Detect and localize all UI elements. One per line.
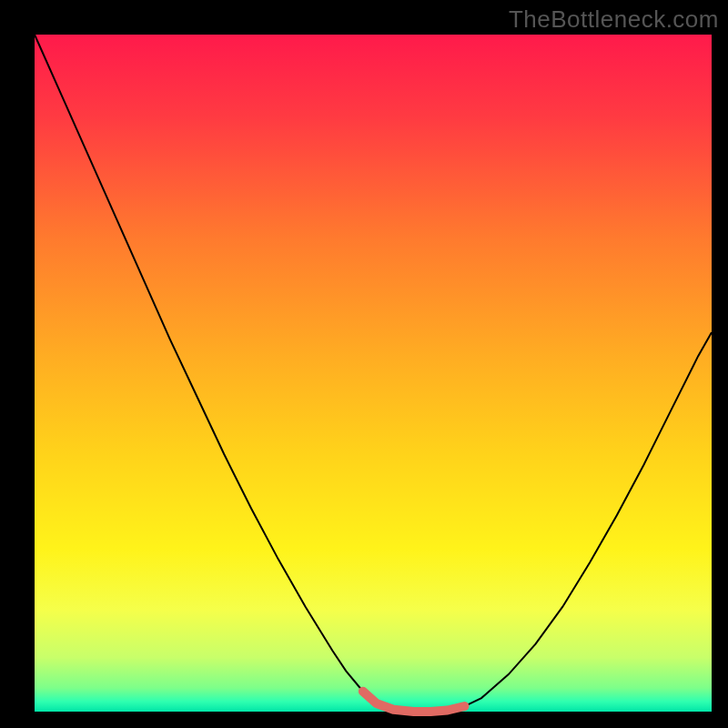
watermark-label: TheBottleneck.com [509, 5, 719, 34]
bottleneck-chart [0, 0, 728, 728]
plot-background [35, 35, 712, 712]
chart-frame: TheBottleneck.com [0, 0, 728, 728]
